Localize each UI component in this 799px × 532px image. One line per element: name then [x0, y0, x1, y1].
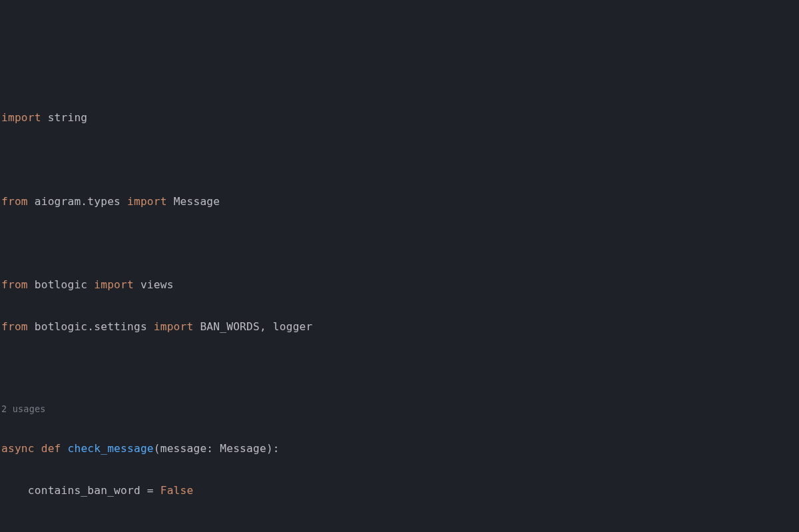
module-path: aiogram.types	[35, 195, 121, 208]
code-line-empty	[0, 232, 799, 253]
keyword-from: from	[1, 320, 28, 333]
keyword-from: from	[1, 278, 28, 291]
module-path: botlogic	[35, 278, 88, 291]
const-false: False	[160, 484, 194, 497]
keyword-async: async	[1, 442, 35, 455]
keyword-import: import	[1, 111, 41, 124]
code-line: contains_ban_word = False	[0, 480, 799, 501]
code-line-empty	[0, 358, 799, 379]
keyword-from: from	[1, 195, 28, 208]
code-line: from botlogic import views	[0, 274, 799, 295]
import-names: BAN_WORDS, logger	[200, 320, 312, 333]
keyword-import: import	[127, 195, 167, 208]
code-line-empty	[0, 522, 799, 532]
keyword-import: import	[154, 320, 194, 333]
keyword-import: import	[94, 278, 134, 291]
import-name: Message	[174, 195, 220, 208]
code-line: from aiogram.types import Message	[0, 191, 799, 212]
code-line-empty	[0, 149, 799, 170]
sig-close: ):	[266, 442, 280, 455]
keyword-def: def	[41, 442, 61, 455]
import-name: views	[140, 278, 174, 291]
code-line: from botlogic.settings import BAN_WORDS,…	[0, 316, 799, 337]
usages-hint[interactable]: 2 usages	[0, 400, 799, 417]
eq: =	[140, 484, 160, 497]
code-editor[interactable]: import string from aiogram.types import …	[0, 87, 799, 532]
function-name: check_message	[67, 442, 153, 455]
module-name: string	[48, 111, 88, 124]
colon: :	[206, 442, 220, 455]
code-line: async def check_message(message: Message…	[0, 438, 799, 459]
code-line: import string	[0, 107, 799, 128]
param-type: Message	[220, 442, 266, 455]
module-path: botlogic.settings	[35, 320, 147, 333]
var: contains_ban_word	[28, 484, 140, 497]
param-open: (message	[154, 442, 207, 455]
